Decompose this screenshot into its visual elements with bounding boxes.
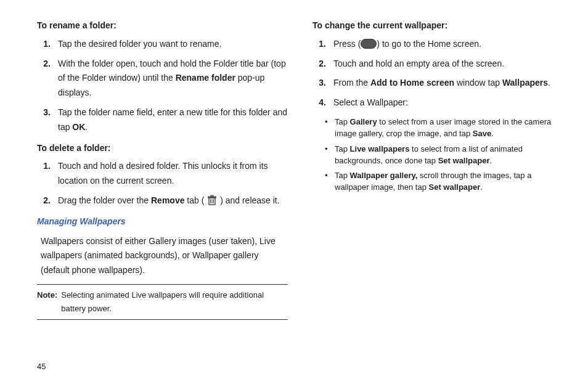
- delete-folder-heading: To delete a folder:: [37, 141, 288, 156]
- note-block: Note: Selecting animated Live wallpapers…: [37, 284, 288, 320]
- step-number: 1.: [312, 37, 333, 52]
- step-text: Touch and hold a desired folder. This un…: [58, 159, 288, 189]
- bullet-icon: •: [325, 116, 335, 140]
- step-text: Press () to go to the Home screen.: [333, 37, 563, 52]
- step-number: 1.: [37, 159, 58, 189]
- list-item: 1. Touch and hold a desired folder. This…: [37, 159, 288, 189]
- list-item: 2. Drag the folder over the Remove tab (…: [37, 194, 288, 208]
- step-number: 2.: [312, 57, 333, 71]
- wallpaper-options: • Tap Gallery to select from a user imag…: [325, 116, 563, 194]
- note-label: Note:: [37, 288, 57, 316]
- list-item: 2. With the folder open, touch and hold …: [37, 57, 288, 100]
- svg-rect-5: [211, 195, 213, 197]
- list-item: 1. Press () to go to the Home screen.: [312, 37, 563, 52]
- bullet-text: Tap Gallery to select from a user image …: [335, 116, 563, 140]
- home-button-icon: [361, 39, 377, 49]
- step-text: Touch and hold an empty area of the scre…: [333, 57, 563, 71]
- step-text: From the Add to Home screen window tap W…: [333, 76, 563, 91]
- wallpapers-description: Wallpapers consist of either Gallery ima…: [41, 234, 288, 278]
- delete-steps: 1. Touch and hold a desired folder. This…: [37, 159, 288, 208]
- list-item: 3. From the Add to Home screen window ta…: [312, 76, 563, 91]
- step-text: Tap the folder name field, enter a new t…: [58, 105, 288, 135]
- step-text: Tap the desired folder you want to renam…: [58, 37, 288, 52]
- step-number: 2.: [37, 57, 58, 100]
- list-item: 3. Tap the folder name field, enter a ne…: [37, 105, 288, 135]
- step-number: 4.: [312, 96, 333, 110]
- step-number: 3.: [312, 76, 333, 91]
- bullet-icon: •: [325, 170, 335, 194]
- list-item: • Tap Wallpaper gallery, scroll through …: [325, 170, 563, 194]
- left-column: To rename a folder: 1. Tap the desired f…: [37, 18, 288, 320]
- managing-wallpapers-heading: Managing Wallpapers: [37, 214, 288, 229]
- list-item: 1. Tap the desired folder you want to re…: [37, 37, 288, 52]
- bullet-text: Tap Wallpaper gallery, scroll through th…: [335, 170, 563, 194]
- list-item: • Tap Live wallpapers to select from a l…: [325, 144, 563, 167]
- change-wallpaper-heading: To change the current wallpaper:: [312, 18, 563, 33]
- step-text: Drag the folder over the Remove tab ( ) …: [58, 194, 288, 208]
- step-text: With the folder open, touch and hold the…: [58, 57, 288, 100]
- rename-steps: 1. Tap the desired folder you want to re…: [37, 37, 288, 135]
- page-number: 45: [37, 362, 46, 371]
- rename-folder-heading: To rename a folder:: [37, 18, 288, 33]
- step-number: 3.: [37, 105, 58, 135]
- right-column: To change the current wallpaper: 1. Pres…: [312, 18, 563, 320]
- step-number: 2.: [37, 194, 58, 208]
- list-item: • Tap Gallery to select from a user imag…: [325, 116, 563, 140]
- note-text: Selecting animated Live wallpapers will …: [61, 288, 288, 316]
- trash-icon: [206, 195, 218, 206]
- bullet-text: Tap Live wallpapers to select from a lis…: [335, 144, 563, 167]
- step-number: 1.: [37, 37, 58, 52]
- bullet-icon: •: [325, 144, 335, 167]
- change-wallpaper-steps: 1. Press () to go to the Home screen. 2.…: [312, 37, 563, 110]
- list-item: 2. Touch and hold an empty area of the s…: [312, 57, 563, 71]
- list-item: 4. Select a Wallpaper:: [312, 96, 563, 110]
- step-text: Select a Wallpaper:: [333, 96, 563, 110]
